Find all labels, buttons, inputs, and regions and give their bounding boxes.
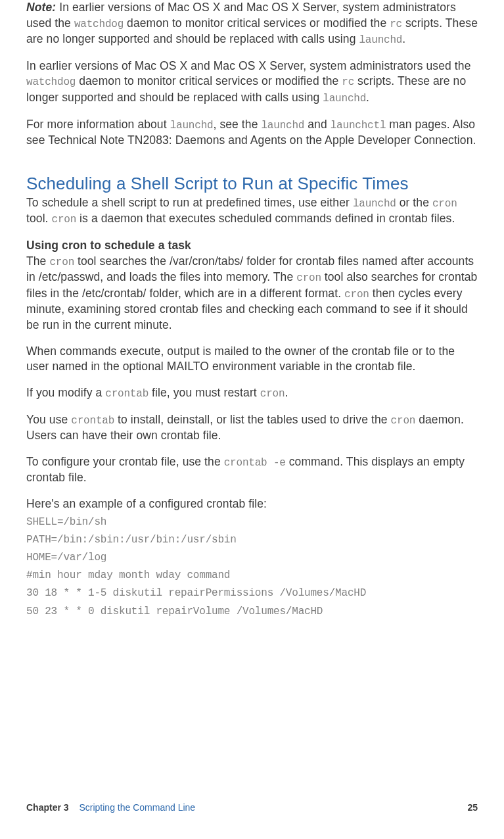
page-footer: Chapter 3 Scripting the Command Line 25 [26, 802, 478, 813]
body-paragraph: In earlier versions of Mac OS X and Mac … [26, 59, 478, 107]
body-text: daemon to monitor critical services or m… [76, 74, 342, 87]
body-paragraph: You use crontab to install, deinstall, o… [26, 412, 478, 444]
body-text: If you modify a [26, 386, 105, 399]
body-text: For more information about [26, 118, 170, 131]
body-paragraph: For more information about launchd, see … [26, 117, 478, 149]
inline-code: cron [344, 289, 369, 300]
inline-code: rc [390, 18, 402, 30]
body-text: daemon to monitor critical services or m… [124, 16, 390, 30]
body-paragraph: When commands execute, output is mailed … [26, 344, 478, 375]
inline-code: launchd [323, 93, 366, 105]
body-text: , see the [213, 118, 261, 131]
body-text: to install, deinstall, or list the table… [114, 413, 391, 426]
inline-code: launchd [261, 120, 304, 132]
inline-code: cron [391, 415, 416, 427]
code-block: SHELL=/bin/sh PATH=/bin:/sbin:/usr/bin:/… [26, 514, 478, 621]
inline-code: rc [342, 76, 354, 88]
body-text: . [285, 386, 288, 399]
footer-left: Chapter 3 Scripting the Command Line [26, 802, 195, 813]
page-content: Note: In earlier versions of Mac OS X an… [0, 0, 504, 621]
subheading: Using cron to schedule a task [26, 238, 478, 254]
body-text: is a daemon that executes scheduled comm… [76, 212, 455, 225]
inline-code: cron [296, 272, 321, 284]
body-text: . [402, 32, 405, 45]
body-text: tool. [26, 212, 52, 225]
page-number: 25 [467, 802, 478, 813]
chapter-title: Scripting the Command Line [79, 802, 195, 813]
body-paragraph: To schedule a shell script to run at pre… [26, 195, 478, 228]
body-paragraph: The cron tool searches the /var/cron/tab… [26, 254, 478, 333]
body-text: or the [396, 196, 432, 209]
inline-code: crontab [71, 415, 114, 427]
body-text: . [366, 91, 369, 104]
body-text: The [26, 254, 49, 268]
inline-code: cron [49, 256, 74, 268]
inline-code: crontab [105, 388, 149, 400]
chapter-label: Chapter 3 [26, 802, 69, 813]
inline-code: cron [52, 214, 77, 226]
body-paragraph: Here's an example of a configured cronta… [26, 496, 478, 512]
note-paragraph: Note: In earlier versions of Mac OS X an… [26, 0, 478, 48]
section-heading: Scheduling a Shell Script to Run at Spec… [26, 174, 478, 194]
body-text: In earlier versions of Mac OS X and Mac … [26, 59, 470, 72]
inline-code: cron [260, 388, 285, 400]
body-paragraph: If you modify a crontab file, you must r… [26, 385, 478, 402]
inline-code: watchdog [26, 76, 76, 88]
inline-code: launchd [359, 34, 402, 46]
inline-code: cron [432, 198, 457, 210]
inline-code: launchd [353, 198, 396, 210]
body-text: You use [26, 413, 71, 426]
inline-code: launchctl [331, 120, 386, 132]
body-text: To configure your crontab file, use the [26, 455, 224, 468]
inline-code: crontab -e [224, 457, 286, 469]
note-label: Note: [26, 1, 56, 14]
inline-code: launchd [170, 120, 214, 132]
body-text: file, you must restart [149, 386, 260, 399]
body-text: To schedule a shell script to run at pre… [26, 196, 353, 209]
inline-code: watchdog [74, 18, 124, 30]
body-paragraph: To configure your crontab file, use the … [26, 454, 478, 486]
body-text: and [304, 118, 330, 131]
